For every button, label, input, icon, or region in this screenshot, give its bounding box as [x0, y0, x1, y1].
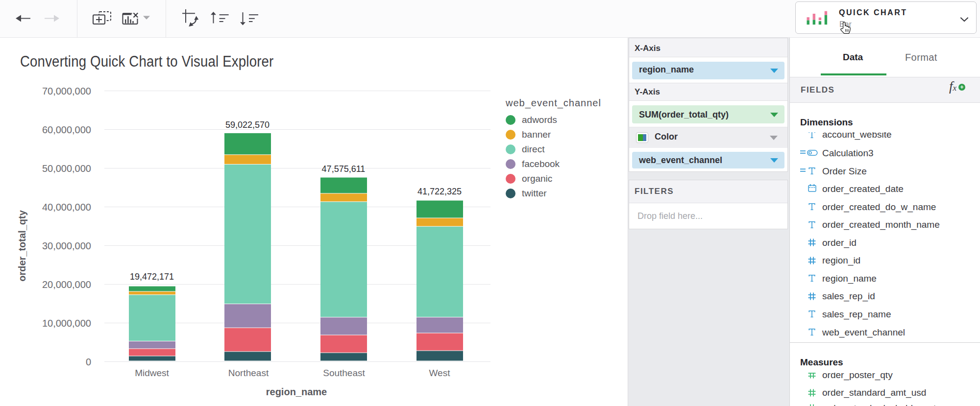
svg-text:0: 0	[86, 357, 91, 367]
svg-text:70,000,000: 70,000,000	[42, 86, 91, 96]
svg-text:59,022,570: 59,022,570	[225, 120, 270, 130]
svg-text:40,000,000: 40,000,000	[42, 202, 91, 213]
svg-text:20,000,000: 20,000,000	[42, 279, 91, 290]
svg-text:Southeast: Southeast	[323, 368, 365, 378]
svg-text:50,000,000: 50,000,000	[42, 163, 91, 174]
svg-text:10,000,000: 10,000,000	[42, 318, 91, 329]
svg-text:region_name: region_name	[266, 386, 327, 397]
svg-text:30,000,000: 30,000,000	[42, 240, 91, 251]
svg-text:Midwest: Midwest	[135, 368, 169, 378]
svg-text:West: West	[429, 368, 451, 378]
svg-text:47,575,611: 47,575,611	[322, 164, 366, 174]
svg-text:41,722,325: 41,722,325	[417, 187, 462, 196]
svg-text:60,000,000: 60,000,000	[42, 124, 91, 135]
svg-text:order_total_qty: order_total_qty	[17, 210, 27, 281]
svg-text:Northeast: Northeast	[228, 368, 269, 378]
svg-text:19,472,171: 19,472,171	[130, 272, 174, 282]
